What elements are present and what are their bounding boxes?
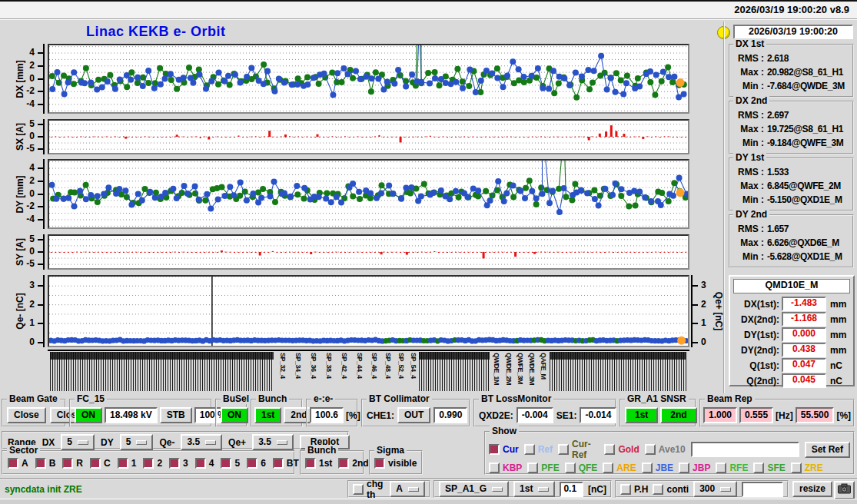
sector-checkbox-a[interactable]: A	[8, 458, 28, 469]
set-ref-button[interactable]: Set Ref	[805, 442, 850, 458]
tick-mark	[38, 323, 43, 324]
show-checkbox-cur[interactable]: Cur	[489, 444, 519, 455]
show-checkbox-jbp[interactable]: JBP	[679, 463, 710, 473]
bpm-label: SP_54_4	[410, 353, 417, 379]
tick-label: -4	[26, 214, 35, 224]
count-300-dropdown[interactable]: 300	[693, 481, 737, 497]
bunch-checkbox-2nd[interactable]: 2nd	[338, 458, 368, 469]
bpm-label: SP_34_4	[294, 353, 302, 379]
bpm-label: SP_44_4	[356, 353, 364, 379]
show-checkbox-zre[interactable]: ZRE	[791, 463, 823, 473]
sector-checkbox-5[interactable]: 5	[221, 458, 240, 469]
sector-checkbox-r[interactable]: R	[62, 458, 83, 469]
monitor-label: DX(2nd):	[732, 314, 779, 325]
show-checkbox-gold[interactable]: Gold	[604, 444, 639, 455]
range-qem-dropdown[interactable]: 3.5	[181, 434, 222, 450]
checkbox-indicator-icon	[35, 458, 46, 469]
show-checkbox-rfe[interactable]: RFE	[716, 463, 748, 473]
ph-checkbox[interactable]: P.H	[620, 484, 648, 495]
tick-mark	[38, 104, 43, 105]
bunch-group: Bunch 1st 2nd	[251, 399, 303, 427]
show-checkbox-jbe[interactable]: JBE	[642, 463, 673, 473]
sector-checkbox-bt[interactable]: BT	[273, 458, 299, 469]
tick-label: 5	[29, 234, 35, 244]
show-checkbox-qfe[interactable]: QFE	[565, 463, 598, 473]
bunch-1st-dropdown[interactable]: 1st	[513, 481, 555, 497]
che1-value: 0.990	[433, 407, 467, 423]
range-qem-label: Qe-	[159, 437, 174, 448]
tick-label: 4	[29, 47, 35, 58]
che1-out-button[interactable]: OUT	[397, 407, 430, 423]
monitor-row: DY(1st):0.000mm	[732, 327, 852, 342]
chg-th-checkbox[interactable]: chg th	[353, 479, 385, 500]
range-qep-dropdown[interactable]: 3.5	[252, 434, 294, 450]
stat-rows: RMS :1.533Max :6.845@QWFE_2MMin :-5.150@…	[730, 159, 852, 209]
sector-checkbox-4[interactable]: 4	[195, 458, 214, 469]
beam-rep-value-1: 1.000	[703, 407, 737, 423]
tick-label: 0	[29, 131, 35, 141]
chg-th-a-dropdown[interactable]: A	[390, 481, 425, 497]
blank-entry-field[interactable]	[742, 482, 783, 497]
sector-checkbox-3[interactable]: 3	[169, 458, 188, 469]
conti-checkbox[interactable]: conti	[653, 484, 689, 495]
tick-mark	[38, 342, 43, 343]
gr-a1-2nd-button[interactable]: 2nd	[660, 407, 696, 423]
tick-label: 0	[701, 337, 706, 347]
show-checkbox-ave10[interactable]: Ave10	[645, 444, 686, 455]
bpm-label: SP_46_4	[370, 353, 378, 379]
range-dx-dropdown[interactable]: 5	[61, 434, 95, 450]
monitor-title: QMD10E_M	[733, 279, 850, 293]
gr-a1-1st-button[interactable]: 1st	[625, 407, 658, 423]
sector-checkbox-1[interactable]: 1	[118, 458, 137, 469]
show-checkbox-sfe[interactable]: SFE	[753, 463, 785, 473]
stat-value: 2.697	[767, 108, 789, 122]
sector-checkbox-c[interactable]: C	[90, 458, 111, 469]
sector-checkbox-6[interactable]: 6	[247, 458, 266, 469]
plot-sx	[48, 119, 689, 154]
checkbox-indicator-icon	[247, 458, 257, 469]
bunch-checkbox-1st[interactable]: 1st	[305, 458, 332, 469]
stat-row: Min :-7.684@QWDE_3M	[732, 79, 851, 93]
checkbox-indicator-icon	[305, 458, 316, 469]
range-dx-label: DX	[42, 437, 55, 448]
beam-gate-close-button-1[interactable]: Close	[7, 407, 46, 423]
fc15-on-button[interactable]: ON	[75, 407, 102, 423]
show-checkbox-pfe[interactable]: PFE	[527, 463, 559, 473]
checkbox-indicator-icon	[620, 484, 631, 495]
nc-unit-label: [nC]	[588, 484, 606, 495]
fc15-stb-button[interactable]: STB	[160, 407, 192, 423]
range-dy-dropdown[interactable]: 5	[120, 434, 154, 450]
beam-gate-group: Beam Gate Close Close	[2, 399, 66, 427]
stat-value: -9.184@QWFE_3M	[767, 136, 843, 150]
tick-mark	[38, 206, 43, 207]
stat-label: Min :	[732, 136, 764, 150]
checkbox-label: A	[22, 458, 28, 469]
busel-on-button[interactable]: ON	[221, 407, 248, 423]
camera-button[interactable]	[834, 481, 855, 499]
checkbox-indicator-icon	[118, 458, 128, 469]
sector-checkbox-b[interactable]: B	[35, 458, 56, 469]
show-checkbox-ref[interactable]: Ref	[524, 444, 553, 455]
show-checkbox-are[interactable]: ARE	[603, 463, 636, 473]
dropdown-indicator-icon	[538, 487, 549, 492]
show-checkbox-kbp[interactable]: KBP	[489, 463, 522, 473]
bpm-label: SP_36_4	[310, 353, 317, 379]
checkbox-label: C	[104, 458, 111, 469]
show-checkbox-cur-ref[interactable]: Cur-Ref	[558, 439, 599, 460]
bpm-label: SP_52_4	[397, 353, 405, 379]
threshold-input[interactable]: 0.1	[560, 482, 583, 497]
sp-a1-g-dropdown[interactable]: SP_A1_G	[439, 481, 509, 497]
stat-row: Min :-5.150@QXD1E_M	[732, 193, 851, 207]
resize-button[interactable]: resize	[792, 481, 832, 497]
y-axis-label-dx: DX [mm]	[15, 60, 25, 98]
tick-label: 1	[29, 317, 35, 328]
tick-mark	[38, 194, 43, 195]
busel-group: BuSel ON	[215, 399, 247, 427]
sigma-visible-checkbox[interactable]: visible	[374, 458, 417, 469]
monitor-row: DY(2nd):0.438mm	[732, 343, 852, 357]
ref-entry-field[interactable]	[691, 442, 799, 457]
sector-checkbox-2[interactable]: 2	[143, 458, 162, 469]
bunch-1st-button[interactable]: 1st	[254, 407, 281, 423]
axis-line	[43, 44, 45, 114]
dropdown-indicator-icon	[720, 487, 731, 492]
